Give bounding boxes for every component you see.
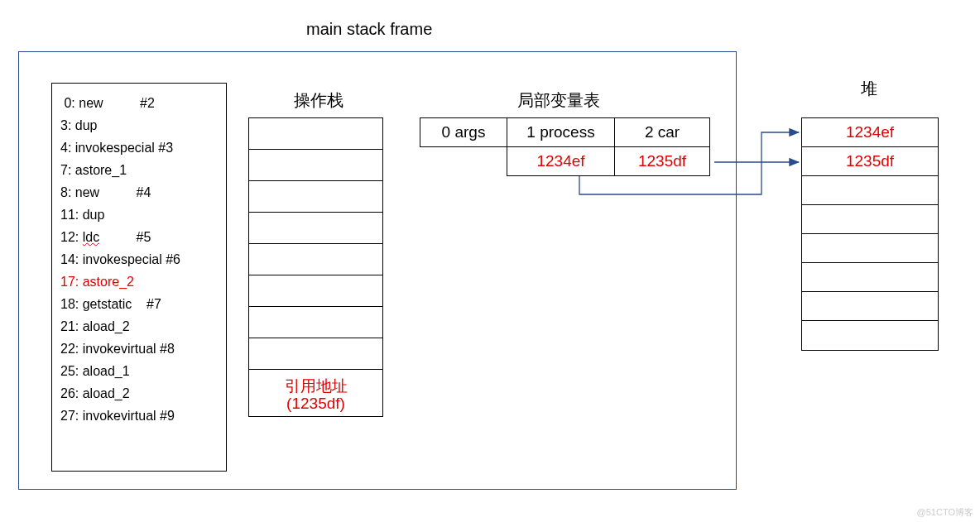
operand-stack: 引用地址 (1235df) (248, 117, 383, 417)
stack-slot (249, 244, 382, 275)
lvt-cell: 1235df (615, 147, 710, 176)
heap-slot (802, 263, 938, 292)
heap-slot (802, 176, 938, 205)
stack-slot-top: 引用地址 (1235df) (249, 370, 382, 416)
bytecode-line: 12: ldc #5 (60, 226, 218, 248)
bytecode-line: 8: new #4 (60, 181, 218, 204)
bytecode-line: 7: astore_1 (60, 159, 218, 181)
lvt-header: 1 process (507, 118, 615, 147)
local-var-table-title: 局部变量表 (517, 89, 600, 112)
stack-slot (249, 150, 382, 181)
lvt-header: 2 car (615, 118, 710, 147)
bytecode-line: 11: dup (60, 204, 218, 226)
heap-slot: 1235df (802, 147, 938, 176)
lvt-header: 0 args (420, 118, 507, 147)
heap-box: 1234ef 1235df (801, 117, 939, 351)
main-title: main stack frame (306, 20, 432, 39)
bytecode-line: 25: aload_1 (60, 360, 218, 382)
bytecode-line: 14: invokespecial #6 (60, 248, 218, 271)
operand-stack-title: 操作栈 (294, 89, 343, 112)
bytecode-line: 26: aload_2 (60, 382, 218, 405)
stack-slot (249, 213, 382, 244)
watermark: @51CTO博客 (917, 506, 973, 519)
lvt-cell (420, 147, 507, 176)
heap-slot (802, 234, 938, 263)
bytecode-list: 0: new #2 3: dup 4: invokespecial #3 7: … (51, 83, 227, 472)
stack-slot (249, 338, 382, 370)
heap-slot (802, 321, 938, 350)
stack-slot (249, 181, 382, 213)
local-var-table: 0 args 1 process 2 car 1234ef 1235df (420, 117, 710, 176)
bytecode-line: 27: invokevirtual #9 (60, 405, 218, 427)
bytecode-line: 3: dup (60, 114, 218, 136)
heap-slot: 1234ef (802, 118, 938, 147)
heap-slot (802, 292, 938, 321)
stack-slot (249, 275, 382, 307)
bytecode-line: 0: new #2 (60, 92, 218, 114)
heap-title: 堆 (861, 78, 877, 100)
bytecode-line: 22: invokevirtual #8 (60, 338, 218, 360)
heap-slot (802, 205, 938, 234)
stack-slot (249, 307, 382, 338)
bytecode-line-current: 17: astore_2 (60, 271, 218, 293)
bytecode-line: 18: getstatic #7 (60, 293, 218, 315)
lvt-cell: 1234ef (507, 147, 615, 176)
stack-slot (249, 118, 382, 150)
bytecode-line: 4: invokespecial #3 (60, 136, 218, 159)
bytecode-line: 21: aload_2 (60, 315, 218, 338)
